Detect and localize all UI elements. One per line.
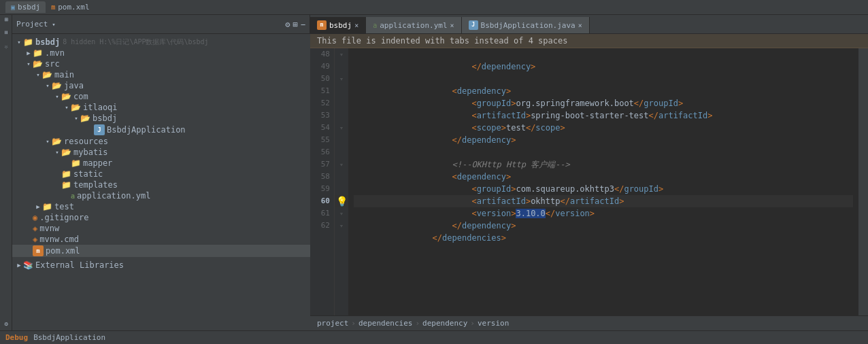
tree-toolbar: Project ▾ ⚙ ⊞ − bbox=[12, 15, 310, 34]
tree-item-pom-xml[interactable]: ▶ m pom.xml bbox=[12, 245, 321, 257]
mvn-icon-mvnw: ◈ bbox=[33, 224, 37, 233]
code-line-48: </dependency> bbox=[354, 48, 853, 61]
warning-bar: This file is indented with tabs instead … bbox=[310, 34, 868, 48]
title-tab-bsbdj-label: bsbdj bbox=[18, 3, 40, 12]
gutter-52 bbox=[335, 97, 348, 109]
fold-icon-61[interactable]: ▿ bbox=[339, 210, 343, 217]
tree-item-gitignore[interactable]: ▶ ◉ .gitignore bbox=[12, 212, 321, 223]
line-num-54: 54 bbox=[310, 122, 334, 134]
tree-item-itlaoqi[interactable]: ▾ 📂 itlaoqi bbox=[12, 102, 321, 113]
fold-icon-48[interactable]: ▿ bbox=[339, 51, 343, 58]
tree-extra-info: 8 hidden H:\%日记\APP数据库\代码\bsbdj bbox=[63, 37, 209, 47]
project-label[interactable]: Project bbox=[16, 20, 48, 29]
folder-open-icon-bsbdj-pkg: 📂 bbox=[80, 114, 90, 123]
tree-item-bsbdj-app[interactable]: ▶ J BsbdjApplication bbox=[12, 124, 321, 136]
sidebar-favorites-icon[interactable]: ☆ bbox=[3, 44, 10, 51]
tree-item-src[interactable]: ▾ 📂 src bbox=[12, 58, 321, 69]
tab-bsbdj-app[interactable]: J BsbdjApplication.java × bbox=[462, 17, 590, 33]
file-tree: ▾ 📁 bsbdj 8 hidden H:\%日记\APP数据库\代码\bsbd… bbox=[12, 34, 322, 330]
tree-item-resources[interactable]: ▾ 📂 resources bbox=[12, 136, 321, 147]
main-content: ⊞ ≡ ☆ ⚙ Project ▾ ⚙ ⊞ − bbox=[0, 15, 868, 330]
tree-label-mvnw-cmd: mvnw.cmd bbox=[39, 235, 79, 244]
tree-arrow-com: ▾ bbox=[53, 93, 61, 100]
tree-item-mybatis[interactable]: ▾ 📂 mybatis bbox=[12, 147, 321, 158]
tree-tool-settings[interactable]: ⊞ bbox=[293, 20, 298, 29]
title-tab-bsbdj[interactable]: ▣ bsbdj bbox=[5, 1, 46, 13]
status-breadcrumb-dependency: dependency bbox=[422, 319, 467, 328]
tree-item-external-libraries[interactable]: ▶ 📚 External Libraries bbox=[12, 260, 321, 271]
tree-item-application-yml[interactable]: ▶ a application.yml bbox=[12, 190, 321, 201]
tab-close-pom[interactable]: × bbox=[354, 22, 358, 29]
tree-arrow: ▾ bbox=[15, 39, 23, 46]
tree-arrow-java: ▾ bbox=[44, 82, 52, 89]
tree-item-mapper[interactable]: ▶ 📁 mapper bbox=[12, 158, 321, 169]
tree-item-test[interactable]: ▶ 📁 test bbox=[12, 201, 321, 212]
debug-label[interactable]: Debug bbox=[5, 333, 28, 342]
tree-label-app-yml: application.yml bbox=[77, 191, 150, 201]
tree-arrow-main: ▾ bbox=[34, 71, 42, 78]
gutter: ▿ ▿ ▿ ▿ 💡 ▿ ▿ bbox=[335, 48, 348, 315]
folder-open-icon-src: 📂 bbox=[33, 59, 43, 69]
gutter-56 bbox=[335, 146, 348, 158]
tree-item-mvnw-cmd[interactable]: ▶ ◈ mvnw.cmd bbox=[12, 234, 321, 245]
title-tab-pom[interactable]: m pom.xml bbox=[46, 1, 95, 13]
fold-icon-57[interactable]: ▿ bbox=[339, 161, 343, 168]
tree-arrow-bsbdj-pkg: ▾ bbox=[72, 115, 80, 122]
sidebar-bottom-icon[interactable]: ⚙ bbox=[3, 321, 10, 328]
code-content[interactable]: </dependency> <dependency> <groupId>org.… bbox=[348, 48, 858, 315]
tree-arrow-mybatis: ▾ bbox=[53, 149, 61, 156]
fold-icon-50[interactable]: ▿ bbox=[339, 75, 343, 82]
tree-label-bsbdj-app: BsbdjApplication bbox=[107, 125, 186, 135]
tree-label-templates: templates bbox=[73, 180, 118, 190]
tree-item-mvnw[interactable]: ▶ ◈ mvnw bbox=[12, 223, 321, 234]
line-num-49: 49 bbox=[310, 61, 334, 73]
line-num-56: 56 bbox=[310, 146, 334, 158]
folder-icon-mvn: 📁 bbox=[33, 48, 43, 58]
tree-tool-gear[interactable]: ⚙ bbox=[285, 20, 290, 29]
line-num-59: 59 bbox=[310, 183, 334, 195]
sidebar-structure-icon[interactable]: ≡ bbox=[3, 31, 10, 34]
tree-item-bsbdj-pkg[interactable]: ▾ 📂 bsbdj bbox=[12, 113, 321, 124]
sidebar-project-icon[interactable]: ⊞ bbox=[3, 18, 10, 21]
folder-open-icon-itlaoqi: 📂 bbox=[71, 103, 81, 112]
tree-tool-collapse[interactable]: − bbox=[301, 20, 305, 29]
gutter-51 bbox=[335, 85, 348, 97]
gutter-53 bbox=[335, 109, 348, 122]
tab-icon-bsbdj-app: J bbox=[469, 20, 478, 30]
tab-close-app-yml[interactable]: × bbox=[450, 22, 454, 29]
tree-item-mvn[interactable]: ▶ 📁 .mvn bbox=[12, 48, 321, 58]
tree-item-static[interactable]: ▶ 📁 static bbox=[12, 169, 321, 179]
line-num-55: 55 bbox=[310, 134, 334, 146]
tree-item-com[interactable]: ▾ 📂 com bbox=[12, 91, 321, 102]
tree-arrow-mvn: ▶ bbox=[24, 50, 33, 56]
app-name-label: BsbdjApplication bbox=[33, 333, 105, 342]
tree-item-main[interactable]: ▾ 📂 main bbox=[12, 69, 321, 80]
editor-tabs: m bsbdj × a application.yml × J BsbdjApp… bbox=[310, 15, 868, 34]
line-num-52: 52 bbox=[310, 97, 334, 109]
tab-pom[interactable]: m bsbdj × bbox=[310, 17, 366, 33]
fold-icon-62[interactable]: ▿ bbox=[339, 222, 343, 229]
status-breadcrumb-dependencies: dependencies bbox=[358, 319, 412, 328]
tree-item-bsbdj-root[interactable]: ▾ 📁 bsbdj 8 hidden H:\%日记\APP数据库\代码\bsbd… bbox=[12, 37, 321, 48]
tab-close-bsbdj-app[interactable]: × bbox=[578, 22, 582, 29]
tab-app-yml[interactable]: a application.yml × bbox=[366, 17, 461, 33]
folder-icon-templates: 📁 bbox=[61, 180, 71, 190]
status-arrow-3: › bbox=[470, 319, 475, 328]
gutter-61: ▿ bbox=[335, 207, 348, 220]
tree-label-mybatis: mybatis bbox=[73, 148, 108, 157]
app-window: ▣ bsbdj m pom.xml ⊞ ≡ ☆ ⚙ Project ▾ ⚙ bbox=[0, 0, 868, 344]
tree-arrow-src: ▾ bbox=[24, 61, 33, 67]
project-dropdown-arrow[interactable]: ▾ bbox=[52, 21, 55, 28]
tab-label-bsbdj-app: BsbdjApplication.java bbox=[481, 21, 575, 30]
pom-tab-icon: m bbox=[51, 3, 55, 11]
gutter-50: ▿ bbox=[335, 73, 348, 85]
left-sidebar: ⊞ ≡ ☆ ⚙ bbox=[0, 15, 12, 330]
tree-label-com: com bbox=[73, 92, 88, 101]
tree-item-java[interactable]: ▾ 📂 java bbox=[12, 80, 321, 91]
tree-label-main: main bbox=[54, 70, 74, 80]
bottom-bar: Debug BsbdjApplication bbox=[0, 330, 868, 344]
tree-item-templates[interactable]: ▶ 📁 templates bbox=[12, 179, 321, 190]
fold-icon-54[interactable]: ▿ bbox=[339, 124, 343, 131]
line-num-61: 61 bbox=[310, 207, 334, 220]
line-numbers: 48 49 50 51 52 53 54 55 56 57 58 59 60 6… bbox=[310, 48, 335, 315]
